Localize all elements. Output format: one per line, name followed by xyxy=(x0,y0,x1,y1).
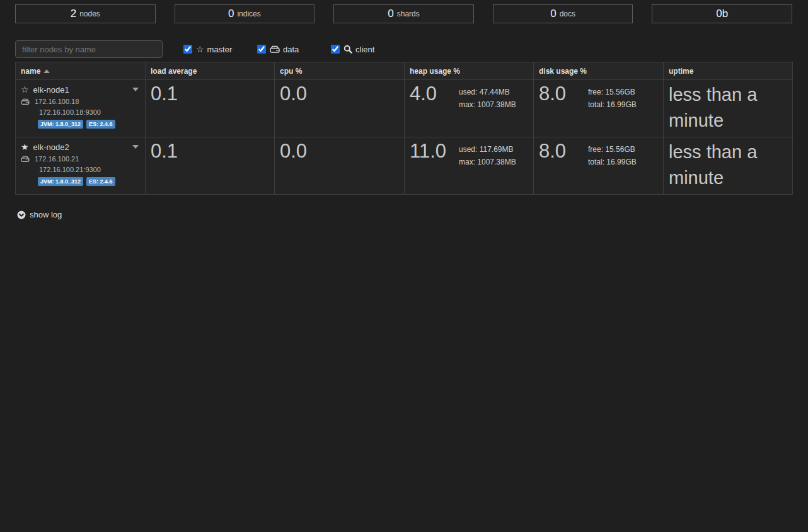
disk-free: free: 15.56GB xyxy=(588,143,637,156)
cpu-value: 0.0 xyxy=(275,80,404,105)
node-name-cell: ★ elk-node2 172.16.100.21 172.16.100. xyxy=(16,137,146,195)
client-checkbox-label: client xyxy=(355,45,374,54)
heap-used: used: 47.44MB xyxy=(459,86,516,98)
shards-count: 0 xyxy=(388,8,393,20)
master-star-icon: ☆ xyxy=(21,84,29,95)
heap-usage-cell: 4.0 used: 47.44MB max: 1007.38MB xyxy=(405,80,534,137)
node-name-cell: ☆ elk-node1 172.16.100.18 172.16.100. xyxy=(16,80,146,137)
cluster-overview-stats: 2 nodes 0 indices 0 shards 0 docs 0b xyxy=(15,4,792,23)
star-icon: ☆ xyxy=(196,44,204,54)
stat-box-shards[interactable]: 0 shards xyxy=(333,4,474,23)
node-actions-caret-icon[interactable] xyxy=(132,88,139,91)
es-version-badge: ES: 2.4.6 xyxy=(86,177,115,186)
table-row: ★ elk-node2 172.16.100.21 172.16.100. xyxy=(16,137,793,195)
client-checkbox[interactable] xyxy=(331,45,340,54)
heap-percent-value: 11.0 xyxy=(405,137,459,168)
column-header-heap-usage[interactable]: heap usage % xyxy=(405,62,534,80)
master-checkbox-label: master xyxy=(207,45,233,54)
hard-drive-icon xyxy=(270,45,280,54)
cpu-value: 0.0 xyxy=(275,137,404,162)
node-name-link[interactable]: elk-node2 xyxy=(33,142,69,152)
disk-usage-cell: 8.0 free: 15.56GB total: 16.99GB xyxy=(534,80,664,137)
nodes-count: 2 xyxy=(71,8,76,20)
client-filter-checkbox-group[interactable]: client xyxy=(331,45,384,54)
indices-count: 0 xyxy=(228,8,234,20)
filter-row: ☆ master data client xyxy=(15,40,793,58)
node-ip: 172.16.100.18 xyxy=(35,98,79,105)
node-ip: 172.16.100.21 xyxy=(35,155,79,163)
data-checkbox-label: data xyxy=(283,45,299,54)
heap-max: max: 1007.38MB xyxy=(459,98,516,111)
master-filter-checkbox-group[interactable]: ☆ master xyxy=(183,44,236,54)
stat-box-nodes[interactable]: 2 nodes xyxy=(15,4,156,23)
load-average-cell: 0.1 xyxy=(146,137,275,195)
node-name-link[interactable]: elk-node1 xyxy=(33,85,69,95)
jvm-version-badge: JVM: 1.8.0_312 xyxy=(38,120,83,129)
sort-asc-icon xyxy=(43,69,50,73)
shards-label: shards xyxy=(397,9,420,18)
docs-count: 0 xyxy=(550,8,556,20)
master-checkbox[interactable] xyxy=(183,45,192,54)
node-transport-address: 172.16.100.21:9300 xyxy=(39,166,140,173)
column-header-uptime[interactable]: uptime xyxy=(664,62,793,80)
disk-percent-value: 8.0 xyxy=(534,80,588,111)
disk-percent-value: 8.0 xyxy=(534,137,588,168)
hard-drive-icon xyxy=(21,156,30,163)
heap-max: max: 1007.38MB xyxy=(459,156,516,168)
load-average-cell: 0.1 xyxy=(146,80,275,137)
data-filter-checkbox-group[interactable]: data xyxy=(257,45,310,54)
column-header-cpu[interactable]: cpu % xyxy=(275,62,405,80)
docs-label: docs xyxy=(560,9,575,18)
uptime-cell: less than a minute xyxy=(664,137,793,195)
filter-nodes-input[interactable] xyxy=(15,40,163,58)
load-average-value: 0.1 xyxy=(146,137,274,162)
show-log-label: show log xyxy=(30,210,62,219)
magnifier-icon xyxy=(343,45,352,54)
chevron-down-circle-icon xyxy=(17,211,26,219)
heap-used: used: 117.69MB xyxy=(459,143,516,156)
uptime-value: less than a minute xyxy=(664,137,792,190)
column-header-name[interactable]: name xyxy=(16,62,146,80)
disk-usage-cell: 8.0 free: 15.56GB total: 16.99GB xyxy=(534,137,664,195)
disk-total: total: 16.99GB xyxy=(588,156,637,168)
uptime-cell: less than a minute xyxy=(664,80,793,137)
nodes-label: nodes xyxy=(79,9,100,18)
size-value: 0b xyxy=(716,8,728,20)
stat-box-docs[interactable]: 0 docs xyxy=(493,4,633,23)
indices-label: indices xyxy=(237,9,260,18)
disk-free: free: 15.56GB xyxy=(588,86,637,98)
master-star-icon: ★ xyxy=(21,142,29,152)
node-actions-caret-icon[interactable] xyxy=(132,145,139,149)
jvm-version-badge: JVM: 1.8.0_312 xyxy=(38,177,83,186)
heap-percent-value: 4.0 xyxy=(405,80,459,111)
load-average-value: 0.1 xyxy=(146,80,274,105)
table-row: ☆ elk-node1 172.16.100.18 172.16.100. xyxy=(16,80,793,137)
stat-box-indices[interactable]: 0 indices xyxy=(175,4,315,23)
nodes-table: name load average cpu % heap usage % dis… xyxy=(15,62,793,195)
uptime-value: less than a minute xyxy=(664,80,792,133)
heap-usage-cell: 11.0 used: 117.69MB max: 1007.38MB xyxy=(405,137,534,195)
disk-total: total: 16.99GB xyxy=(588,98,637,111)
column-header-disk-usage[interactable]: disk usage % xyxy=(534,62,664,80)
es-version-badge: ES: 2.4.6 xyxy=(86,120,115,129)
cpu-cell: 0.0 xyxy=(275,80,405,137)
stat-box-size[interactable]: 0b xyxy=(652,4,792,23)
node-transport-address: 172.16.100.18:9300 xyxy=(39,108,140,116)
hard-drive-icon xyxy=(21,98,30,105)
cpu-cell: 0.0 xyxy=(275,137,405,195)
table-header-row: name load average cpu % heap usage % dis… xyxy=(16,62,793,80)
show-log-toggle[interactable]: show log xyxy=(17,210,86,219)
data-checkbox[interactable] xyxy=(257,45,266,54)
column-header-load-average[interactable]: load average xyxy=(146,62,275,80)
